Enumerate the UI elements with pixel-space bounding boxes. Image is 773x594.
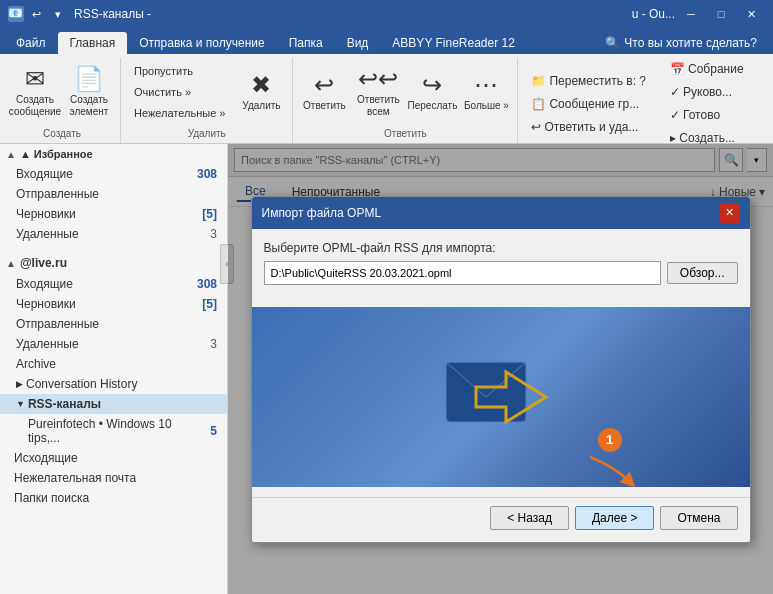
modal-titlebar: Импорт файла OPML ✕ [252, 197, 750, 229]
quick-access-toolbar: 📧 ↩ ▾ [8, 4, 68, 24]
msg-group-btn[interactable]: 📋 Сообщение гр... [524, 93, 653, 115]
delete-label: Удалить [242, 100, 280, 111]
modal-image-area [252, 307, 750, 487]
import-modal: Импорт файла OPML ✕ Выберите OPML-файл R… [251, 196, 751, 543]
minimize-btn[interactable]: ─ [677, 0, 705, 28]
manager-btn[interactable]: ✓ Руково... [663, 81, 751, 103]
main-layout: ▲ ▲ Избранное Входящие 308 Отправленные … [0, 144, 773, 594]
maximize-btn[interactable]: □ [707, 0, 735, 28]
drafts-acc-badge: [5] [202, 297, 217, 311]
new-item-btn[interactable]: 📄 Создать элемент [64, 62, 114, 122]
new-item-icon: 📄 [74, 67, 104, 91]
sidebar-item-sent-fav[interactable]: Отправленные [0, 184, 227, 204]
drafts-fav-label: Черновики [16, 207, 76, 221]
modal-file-row: Обзор... [264, 261, 738, 285]
manager-label: Руково... [683, 85, 732, 99]
outbox-label: Исходящие [14, 451, 78, 465]
sidebar-item-sent-acc[interactable]: Отправленные [0, 314, 227, 334]
account-header[interactable]: ▲ @live.ru [0, 252, 227, 274]
qa-dropdown-btn[interactable]: ▾ [48, 4, 68, 24]
pureinfotech-label: Pureinfotech • Windows 10 tips,... [28, 417, 206, 445]
ribbon-body: ✉ Создать сообщение 📄 Создать элемент Со… [0, 54, 773, 144]
modal-browse-btn[interactable]: Обзор... [667, 262, 738, 284]
modal-back-btn[interactable]: < Назад [490, 506, 569, 530]
tab-abbyy[interactable]: ABBYY FineReader 12 [380, 32, 527, 54]
svg-rect-0 [446, 362, 526, 422]
reply-label: Ответить [303, 100, 346, 111]
app-icon: 📧 [8, 6, 24, 22]
sidebar-item-conversation[interactable]: ▶ Conversation History [0, 374, 227, 394]
tab-folder[interactable]: Папка [277, 32, 335, 54]
delete-stack: Пропустить Очистить » Нежелательные » [127, 61, 232, 123]
tab-help[interactable]: 🔍 Что вы хотите сделать? [593, 32, 769, 54]
sidebar-item-drafts-acc[interactable]: Черновики [5] [0, 294, 227, 314]
sidebar-item-archive[interactable]: Archive [0, 354, 227, 374]
ready-btn[interactable]: ✓ Готово [663, 104, 751, 126]
clean-btn[interactable]: Очистить » [127, 82, 232, 102]
more-reply-icon: ⋯ [474, 73, 498, 97]
tab-file[interactable]: Файл [4, 32, 58, 54]
tab-view[interactable]: Вид [335, 32, 381, 54]
deleted-acc-badge: 3 [210, 337, 217, 351]
delete-btn[interactable]: ✖ Удалить [236, 62, 286, 122]
annotation-number: 1 [598, 428, 622, 452]
conversation-label: Conversation History [26, 377, 137, 391]
ribbon-tabs: Файл Главная Отправка и получение Папка … [0, 28, 773, 54]
msg-group-icon: 📋 [531, 97, 546, 111]
modal-label: Выберите OPML-файл RSS для импорта: [264, 241, 738, 255]
quick-stack2: 📅 Собрание ✓ Руково... ✓ Готово ▸ Создат… [663, 58, 751, 149]
modal-next-btn[interactable]: Далее > [575, 506, 655, 530]
favorites-header[interactable]: ▲ ▲ Избранное [0, 144, 227, 164]
quick-stack: 📁 Переместить в: ? 📋 Сообщение гр... ↩ О… [524, 70, 653, 138]
sidebar-subitem-search[interactable]: Папки поиска [0, 488, 227, 508]
window-controls: u - Ou... ─ □ ✕ [632, 0, 765, 28]
junk-btn[interactable]: Нежелательные » [127, 103, 232, 123]
modal-file-input[interactable] [264, 261, 661, 285]
reply-del-btn[interactable]: ↩ Ответить и уда... [524, 116, 653, 138]
forward-btn[interactable]: ↪ Переслать [407, 62, 457, 122]
search-icon: 🔍 [605, 36, 620, 50]
delete-group-label: Удалить [188, 128, 226, 139]
ready-icon: ✓ [670, 108, 680, 122]
modal-body: Выберите OPML-файл RSS для импорта: Обзо… [252, 229, 750, 307]
meeting-btn[interactable]: 📅 Собрание [663, 58, 751, 80]
new-message-btn[interactable]: ✉ Создать сообщение [10, 62, 60, 122]
sidebar-item-inbox-fav[interactable]: Входящие 308 [0, 164, 227, 184]
favorites-arrow: ▲ [6, 149, 16, 160]
forward-icon: ↪ [422, 73, 442, 97]
sidebar-item-inbox-acc[interactable]: Входящие 308 [0, 274, 227, 294]
skip-btn[interactable]: Пропустить [127, 61, 232, 81]
tab-send-receive[interactable]: Отправка и получение [127, 32, 276, 54]
sidebar: ▲ ▲ Избранное Входящие 308 Отправленные … [0, 144, 228, 594]
tab-home[interactable]: Главная [58, 32, 128, 54]
reply-btn[interactable]: ↩ Ответить [299, 62, 349, 122]
sent-fav-label: Отправленные [16, 187, 99, 201]
reply-del-icon: ↩ [531, 120, 541, 134]
inbox-fav-label: Входящие [16, 167, 73, 181]
title-bar-left: 📧 ↩ ▾ RSS-каналы - [8, 4, 151, 24]
ribbon-group-reply: ↩ Ответить ↩↩ Ответить всем ↪ Переслать … [293, 58, 518, 143]
sidebar-subitem-junk[interactable]: Нежелательная почта [0, 468, 227, 488]
sidebar-item-rss[interactable]: ▼ RSS-каналы [0, 394, 227, 414]
reply-all-btn[interactable]: ↩↩ Ответить всем [353, 62, 403, 122]
modal-cancel-btn[interactable]: Отмена [660, 506, 737, 530]
undo-btn[interactable]: ↩ [26, 4, 46, 24]
annotation-area: 1 [585, 428, 635, 487]
modal-close-btn[interactable]: ✕ [720, 203, 740, 223]
move-to-btn[interactable]: 📁 Переместить в: ? [524, 70, 653, 92]
sidebar-subitem-pureinfotech[interactable]: Pureinfotech • Windows 10 tips,... 5 [0, 414, 227, 448]
ribbon-group-delete: Пропустить Очистить » Нежелательные » ✖ … [121, 58, 293, 143]
more-reply-btn[interactable]: ⋯ Больше » [461, 62, 511, 122]
sidebar-item-deleted-acc[interactable]: Удаленные 3 [0, 334, 227, 354]
inbox-fav-badge: 308 [197, 167, 217, 181]
sidebar-item-drafts-fav[interactable]: Черновики [5] [0, 204, 227, 224]
inbox-acc-badge: 308 [197, 277, 217, 291]
sidebar-subitem-outbox[interactable]: Исходящие [0, 448, 227, 468]
modal-title: Импорт файла OPML [262, 206, 382, 220]
deleted-acc-label: Удаленные [16, 337, 79, 351]
window-title: RSS-каналы - [74, 7, 151, 21]
close-btn[interactable]: ✕ [737, 0, 765, 28]
reply-group-label: Ответить [384, 128, 427, 139]
sidebar-item-deleted-fav[interactable]: Удаленные 3 [0, 224, 227, 244]
rss-arrow-icon: ▼ [16, 399, 25, 409]
